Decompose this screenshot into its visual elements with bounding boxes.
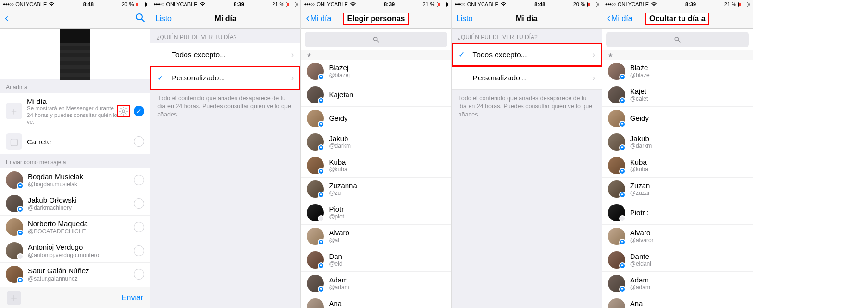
- avatar: [307, 133, 324, 151]
- contact-handle: @adam: [329, 284, 445, 291]
- back-button[interactable]: ‹Mi día: [607, 14, 632, 24]
- chevron-left-icon: ‹: [607, 13, 610, 24]
- wifi-icon: [49, 2, 55, 7]
- contact-row[interactable]: Satur Galán Núñez @satur.galannunez: [0, 263, 150, 286]
- chevron-right-icon: ›: [592, 51, 595, 59]
- messenger-badge-icon: [318, 97, 324, 104]
- checkmark-icon: ✓: [459, 50, 470, 59]
- checkmark-icon: ✓: [134, 106, 144, 116]
- battery-icon: [286, 2, 298, 7]
- contact-row[interactable]: Kajet @caiet: [602, 83, 753, 107]
- privacy-option-row[interactable]: ✓ Todos excepto... ›: [150, 43, 300, 66]
- contact-handle: @darkm: [630, 142, 747, 149]
- facebook-badge-icon: [619, 215, 626, 222]
- contact-row[interactable]: Zuzan @zuzar: [602, 178, 753, 201]
- contact-row[interactable]: Geidy: [301, 107, 451, 130]
- radio-empty[interactable]: [134, 136, 144, 147]
- contact-handle: @kuba: [630, 166, 747, 173]
- contact-handle: @adam: [630, 284, 747, 291]
- share-destination-row[interactable]: ＋ Mi día Se mostrará en Messenger durant…: [0, 93, 150, 129]
- contact-row[interactable]: Piotr :: [602, 201, 753, 225]
- gear-icon[interactable]: [117, 105, 130, 117]
- contact-name: Geidy: [329, 115, 445, 123]
- contact-row[interactable]: Błaże @blaze: [602, 60, 753, 83]
- search-field[interactable]: [305, 32, 447, 47]
- phone-screen: ●●●○○ ONLYCABLE 8:39 21 % ‹Mi día Elegir…: [301, 0, 451, 308]
- avatar: [6, 266, 23, 283]
- contact-handle: @alvaror: [630, 237, 747, 244]
- contact-row[interactable]: Jakub @darkm: [602, 130, 753, 154]
- contact-handle: @darkm: [329, 142, 445, 149]
- signal-dots: ●●●○○: [3, 2, 13, 7]
- share-destination-row[interactable]: ▢ Carrete: [0, 129, 150, 154]
- send-button[interactable]: Enviar: [122, 294, 143, 302]
- wifi-icon: [199, 2, 206, 7]
- status-time: 8:39: [685, 1, 696, 7]
- svg-line-21: [377, 40, 379, 42]
- signal-dots: ●●●○○: [605, 2, 616, 7]
- done-button[interactable]: Listo: [457, 14, 473, 23]
- contact-handle: @eldani: [630, 260, 747, 267]
- privacy-option-row[interactable]: ✓ Personalizado... ›: [452, 66, 602, 90]
- status-time: 8:48: [83, 1, 94, 7]
- contact-row[interactable]: Antonioj Verdugo @antonioj.verdugo.monte…: [0, 239, 150, 263]
- contact-row[interactable]: Błażej @blazej: [301, 60, 451, 83]
- contact-row[interactable]: Dante @eldani: [602, 248, 753, 272]
- contact-name: Jakub: [329, 135, 445, 143]
- back-button[interactable]: ‹: [5, 14, 8, 24]
- done-button[interactable]: Listo: [155, 14, 172, 23]
- svg-point-5: [122, 110, 125, 113]
- contact-row[interactable]: Ana @ana: [301, 295, 451, 308]
- avatar: [608, 228, 625, 245]
- radio-empty[interactable]: [134, 222, 144, 232]
- contact-row[interactable]: Jakub @darkm: [301, 130, 451, 154]
- nav-bar: ‹: [0, 9, 150, 29]
- battery-icon: [437, 2, 448, 7]
- wifi-icon: [651, 2, 657, 7]
- avatar: [608, 275, 625, 292]
- contact-row[interactable]: Kuba @kuba: [301, 154, 451, 178]
- facebook-badge-icon: [318, 215, 324, 222]
- contact-row[interactable]: Kuba @kuba: [602, 154, 753, 178]
- contact-handle: @darkmachinery: [28, 205, 134, 211]
- radio-empty[interactable]: [134, 269, 144, 280]
- contact-row[interactable]: Alvaro @alvaror: [602, 225, 753, 248]
- nav-bar: ‹Mi día Elegir personas: [301, 9, 451, 29]
- search-field[interactable]: [606, 32, 749, 47]
- contact-row[interactable]: Kajetan: [301, 83, 451, 107]
- svg-line-13: [125, 108, 126, 109]
- contact-name: Norberto Maqueda: [28, 220, 134, 228]
- radio-empty[interactable]: [134, 175, 144, 185]
- radio-empty[interactable]: [134, 245, 144, 256]
- contact-row[interactable]: Bogdan Musielak @bogdan.musielak: [0, 168, 150, 192]
- privacy-note: Todo el contenido que añades desaparece …: [452, 90, 602, 124]
- privacy-option-row[interactable]: ✓ Personalizado... ›: [150, 66, 300, 90]
- messenger-badge-icon: [619, 286, 626, 293]
- contact-row[interactable]: Adam @adam: [301, 272, 451, 295]
- avatar: [307, 157, 324, 174]
- radio-empty[interactable]: [134, 198, 144, 209]
- contact-name: Jakub Orłowski: [28, 196, 134, 205]
- contact-handle: @zu: [329, 190, 445, 196]
- search-icon[interactable]: [136, 13, 145, 25]
- contact-row[interactable]: Zuzanna @zu: [301, 178, 451, 201]
- privacy-option-row[interactable]: ✓ Todos excepto... ›: [452, 43, 602, 66]
- contact-row[interactable]: Norberto Maqueda @BOCATADECHICLE: [0, 216, 150, 239]
- wifi-icon: [500, 2, 507, 7]
- contact-name: Alvaro: [630, 229, 747, 237]
- privacy-question: ¿QUIÉN PUEDE VER TU DÍA?: [150, 29, 300, 43]
- contact-row[interactable]: Alvaro @al: [301, 225, 451, 248]
- contact-row[interactable]: Dan @eld: [301, 248, 451, 272]
- contact-row[interactable]: Adam @adam: [602, 272, 753, 295]
- add-button[interactable]: ＋: [7, 291, 21, 305]
- contact-row[interactable]: Geidy: [602, 107, 753, 130]
- messenger-badge-icon: [619, 121, 626, 128]
- cell-subtitle: Se mostrará en Messenger durante 24 hora…: [27, 105, 117, 125]
- contact-row[interactable]: Piotr @piot: [301, 201, 451, 225]
- contact-row[interactable]: Ana @ana: [602, 295, 753, 308]
- contact-row[interactable]: Jakub Orłowski @darkmachinery: [0, 192, 150, 216]
- contact-handle: @kuba: [329, 166, 445, 173]
- contact-handle: @blaze: [630, 72, 747, 78]
- contact-name: Adam: [630, 276, 747, 284]
- back-button[interactable]: ‹Mi día: [306, 14, 331, 24]
